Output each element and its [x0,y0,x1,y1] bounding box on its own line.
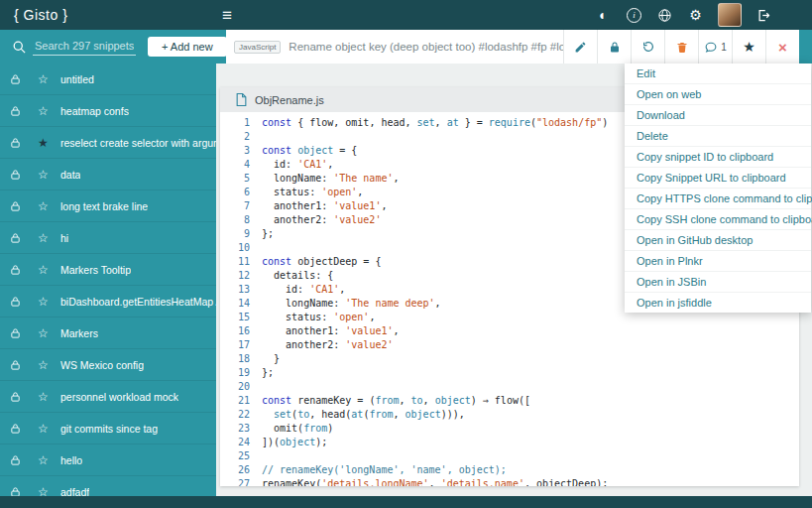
history-button[interactable] [631,30,664,64]
list-item[interactable]: ☆long text brake line [0,190,216,222]
avatar[interactable] [718,3,742,27]
list-item[interactable]: ☆untitled [0,64,216,95]
code-text: id: 'CA1', [262,283,345,297]
star-icon[interactable]: ☆ [36,72,51,86]
menu-item[interactable]: Copy SSH clone command to clipboard [625,209,811,230]
snippet-list-item-label: hello [60,454,82,466]
code-line[interactable]: 20 [220,380,799,394]
star-icon[interactable]: ☆ [36,422,51,436]
star-icon[interactable]: ☆ [36,390,51,404]
lock-icon [10,264,24,276]
code-line[interactable]: 22 set(to, head(at(from, object))), [220,408,799,422]
code-line[interactable]: 27renameKey('details.longName', 'details… [220,477,799,486]
line-number: 3 [220,144,262,158]
topbar-icons: ◐ i ⚙ [595,3,812,27]
lock-button[interactable] [597,30,631,64]
list-item[interactable]: ☆personnel workload mock [0,381,216,413]
menu-item[interactable]: Copy snippet ID to clipboard [625,147,811,168]
search-icon[interactable] [12,40,27,55]
logout-icon[interactable] [755,7,772,24]
code-line[interactable]: 25 [220,449,799,463]
code-line[interactable]: 24])(object); [220,436,799,449]
settings-gear-icon[interactable]: ⚙ [687,7,704,24]
menu-item[interactable]: Download [625,105,811,126]
star-icon[interactable]: ☆ [36,168,51,182]
search-input[interactable] [33,38,136,56]
star-icon[interactable]: ☆ [36,485,51,497]
snippet-title: Rename object key (deep object too) #lod… [289,41,563,53]
line-number: 11 [220,255,262,269]
snippet-list-item-label: reselect create selector with arguments [60,137,216,149]
list-item[interactable]: ☆heatmap confs [0,95,216,127]
menu-item[interactable]: Copy HTTPS clone command to clipboard [625,189,811,209]
close-button[interactable]: × [765,30,799,64]
sidebar: ☆untitled☆heatmap confs★reselect create … [0,64,216,496]
code-line[interactable]: 16 another1: 'value1', [220,324,799,338]
menu-item[interactable]: Open in JSBin [625,272,811,293]
snippet-list-item-label: heatmap confs [60,105,129,117]
star-icon[interactable]: ☆ [36,358,51,372]
star-icon[interactable]: ☆ [36,326,51,340]
star-icon[interactable]: ☆ [36,453,51,467]
code-text: // renameKey('longName', 'name', object)… [262,463,507,477]
code-text: ])(object); [262,436,327,449]
theme-toggle-icon[interactable]: ◐ [595,7,612,24]
list-item[interactable]: ☆Markers Tooltip [0,254,216,286]
list-item[interactable]: ☆git commits since tag [0,413,216,444]
delete-button[interactable] [664,30,698,64]
list-item[interactable]: ☆biDashboard.getEntitiesHeatMap API [0,286,216,318]
code-text: renameKey('details.longName', 'details.n… [262,477,608,486]
code-line[interactable]: 23 omit(from) [220,422,799,436]
menu-item[interactable]: Open in GitHub desktop [625,230,811,251]
line-number: 14 [220,297,262,311]
line-number: 26 [220,463,262,477]
code-text: const object = { [262,144,357,158]
menu-item[interactable]: Open in jsfiddle [625,293,811,313]
lock-icon [609,41,621,54]
star-icon[interactable]: ☆ [36,263,51,277]
app-logo: { Gisto } [0,7,216,23]
menu-item[interactable]: Open on web [625,84,811,105]
hamburger-menu-icon[interactable]: ≡ [222,7,232,24]
pencil-icon [574,41,587,54]
list-item[interactable]: ☆hi [0,222,216,254]
star-button[interactable]: ★ [732,30,765,64]
star-icon[interactable]: ★ [36,136,51,150]
star-icon[interactable]: ☆ [36,231,51,245]
code-line[interactable]: 17 another2: 'value2' [220,338,799,352]
line-number: 12 [220,269,262,283]
list-item[interactable]: ☆WS Mexico config [0,349,216,381]
line-number: 25 [220,449,262,463]
lock-icon [10,73,24,85]
code-text: }; [262,227,274,241]
code-line[interactable]: 15 status: 'open', [220,311,799,324]
code-line[interactable]: 18 } [220,352,799,366]
star-icon[interactable]: ☆ [36,295,51,309]
menu-item[interactable]: Edit [625,64,811,84]
code-line[interactable]: 21const renameKey = (from, to, object) ⇒… [220,394,799,408]
globe-icon[interactable] [656,7,673,24]
menu-item[interactable]: Delete [625,126,811,147]
line-number: 23 [220,422,262,436]
list-item[interactable]: ☆adfadf [0,476,216,496]
comments-button[interactable]: 1 [698,30,732,64]
code-line[interactable]: 26// renameKey('longName', 'name', objec… [220,463,799,477]
line-number: 2 [220,130,262,144]
star-icon[interactable]: ☆ [36,104,51,118]
list-item[interactable]: ★reselect create selector with arguments [0,127,216,159]
code-line[interactable]: 19}; [220,366,799,380]
menu-item[interactable]: Open in Plnkr [625,251,811,272]
menu-item[interactable]: Copy Snippet URL to clipboard [625,168,811,189]
list-item[interactable]: ☆Markers [0,318,216,349]
star-icon[interactable]: ☆ [36,199,51,213]
list-item[interactable]: ☆hello [0,444,216,476]
line-number: 22 [220,408,262,422]
info-icon[interactable]: i [626,7,642,24]
lock-icon [10,137,24,149]
line-number: 7 [220,199,262,213]
line-number: 1 [220,116,262,130]
list-item[interactable]: ☆data [0,159,216,190]
add-new-button[interactable]: + Add new [148,37,227,57]
edit-button[interactable] [563,30,597,64]
snippet-list-item-label: hi [60,232,68,244]
